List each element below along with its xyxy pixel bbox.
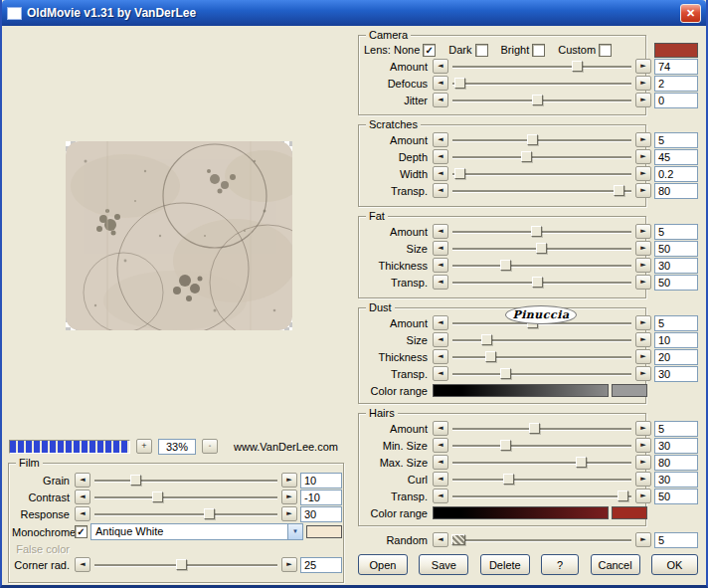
dust-size-value[interactable]: 10 bbox=[654, 332, 698, 348]
hairs-amount-slider-thumb[interactable] bbox=[529, 423, 540, 434]
corner-radius-increment-button[interactable]: ► bbox=[281, 557, 297, 572]
cancel-button[interactable]: Cancel bbox=[591, 554, 640, 575]
dust-size-increment-button[interactable]: ► bbox=[635, 332, 651, 347]
hairs-transp-increment-button[interactable]: ► bbox=[635, 489, 651, 503]
random-slider-thumb[interactable] bbox=[451, 534, 465, 545]
fat-size-increment-button[interactable]: ► bbox=[635, 241, 651, 256]
fat-thickness-slider-thumb[interactable] bbox=[500, 260, 511, 271]
dust-thickness-increment-button[interactable]: ► bbox=[635, 349, 651, 364]
fat-size-value[interactable]: 50 bbox=[654, 241, 698, 257]
hairs-curl-increment-button[interactable]: ► bbox=[635, 472, 651, 487]
camera-amount-increment-button[interactable]: ► bbox=[635, 59, 651, 74]
hairs-min-size-value[interactable]: 30 bbox=[654, 438, 698, 454]
camera-amount-slider-track[interactable] bbox=[451, 59, 632, 74]
hairs-transp-slider-track[interactable] bbox=[451, 489, 632, 503]
dust-transp-slider-track[interactable] bbox=[451, 366, 632, 381]
camera-defocus-slider-thumb[interactable] bbox=[454, 78, 465, 89]
film-contrast-value[interactable]: -10 bbox=[300, 490, 342, 505]
hairs-amount-slider-track[interactable] bbox=[451, 421, 632, 436]
hairs-curl-decrement-button[interactable]: ◄ bbox=[433, 472, 448, 487]
film-grain-slider-thumb[interactable] bbox=[130, 475, 141, 486]
hairs-curl-value[interactable]: 30 bbox=[654, 472, 698, 488]
scratches-amount-value[interactable]: 5 bbox=[654, 132, 698, 148]
camera-jitter-decrement-button[interactable]: ◄ bbox=[433, 93, 448, 107]
preview-image[interactable] bbox=[66, 141, 292, 330]
mono-color-select[interactable]: Antique White ▼ bbox=[90, 523, 303, 540]
dust-thickness-decrement-button[interactable]: ◄ bbox=[433, 349, 448, 364]
vendor-url[interactable]: www.VanDerLee.com bbox=[234, 441, 338, 453]
close-button[interactable]: ✕ bbox=[680, 4, 701, 23]
camera-amount-decrement-button[interactable]: ◄ bbox=[433, 59, 448, 74]
hairs-curl-slider-thumb[interactable] bbox=[503, 474, 514, 485]
film-contrast-decrement-button[interactable]: ◄ bbox=[75, 490, 90, 504]
camera-defocus-slider-track[interactable] bbox=[451, 76, 632, 91]
lens-bright-checkbox[interactable] bbox=[532, 44, 545, 57]
scratches-transp-decrement-button[interactable]: ◄ bbox=[433, 183, 448, 198]
camera-jitter-slider-track[interactable] bbox=[451, 93, 632, 107]
film-grain-value[interactable]: 10 bbox=[300, 473, 342, 489]
fat-size-slider-thumb[interactable] bbox=[536, 243, 547, 254]
scratches-depth-decrement-button[interactable]: ◄ bbox=[433, 149, 448, 164]
fat-transp-slider-track[interactable] bbox=[451, 275, 632, 290]
hairs-color-swatch[interactable] bbox=[612, 506, 647, 519]
fat-transp-decrement-button[interactable]: ◄ bbox=[433, 275, 448, 290]
hairs-max-size-value[interactable]: 80 bbox=[654, 455, 698, 471]
dust-size-decrement-button[interactable]: ◄ bbox=[433, 332, 448, 347]
scratches-amount-slider-track[interactable] bbox=[451, 132, 632, 147]
dust-thickness-slider-thumb[interactable] bbox=[485, 351, 496, 362]
help-button[interactable]: ? bbox=[541, 554, 579, 575]
scratches-transp-increment-button[interactable]: ► bbox=[635, 183, 651, 198]
dust-transp-decrement-button[interactable]: ◄ bbox=[433, 366, 448, 381]
hairs-max-size-slider-thumb[interactable] bbox=[576, 457, 587, 468]
scratches-width-value[interactable]: 0.2 bbox=[654, 166, 698, 182]
monochrome-checkbox[interactable]: ✓ bbox=[75, 525, 88, 538]
film-response-decrement-button[interactable]: ◄ bbox=[75, 506, 90, 521]
dust-transp-increment-button[interactable]: ► bbox=[635, 366, 651, 381]
hairs-amount-value[interactable]: 5 bbox=[654, 421, 698, 437]
fat-amount-value[interactable]: 5 bbox=[654, 224, 698, 240]
corner-radius-decrement-button[interactable]: ◄ bbox=[75, 557, 90, 572]
fat-amount-increment-button[interactable]: ► bbox=[635, 224, 651, 239]
zoom-in-button[interactable]: + bbox=[136, 439, 152, 454]
hairs-max-size-decrement-button[interactable]: ◄ bbox=[433, 455, 448, 470]
corner-radius-slider-track[interactable] bbox=[93, 557, 278, 572]
dust-transp-slider-thumb[interactable] bbox=[500, 368, 511, 379]
scratches-amount-increment-button[interactable]: ► bbox=[635, 132, 651, 147]
corner-radius-slider-thumb[interactable] bbox=[176, 559, 187, 570]
camera-defocus-value[interactable]: 2 bbox=[654, 76, 698, 92]
fat-size-slider-track[interactable] bbox=[451, 241, 632, 256]
hairs-curl-slider-track[interactable] bbox=[451, 472, 632, 487]
hairs-min-size-increment-button[interactable]: ► bbox=[635, 438, 651, 453]
film-contrast-slider-thumb[interactable] bbox=[152, 491, 163, 502]
chevron-down-icon[interactable]: ▼ bbox=[287, 524, 302, 539]
fat-thickness-increment-button[interactable]: ► bbox=[635, 258, 651, 273]
lens-custom-checkbox[interactable] bbox=[599, 44, 612, 57]
hairs-max-size-increment-button[interactable]: ► bbox=[635, 455, 651, 470]
dust-amount-value[interactable]: 5 bbox=[654, 315, 698, 331]
fat-thickness-slider-track[interactable] bbox=[451, 258, 632, 273]
random-increment-button[interactable]: ► bbox=[635, 532, 651, 547]
random-decrement-button[interactable]: ◄ bbox=[433, 532, 448, 547]
film-contrast-slider-track[interactable] bbox=[93, 490, 278, 504]
hairs-min-size-decrement-button[interactable]: ◄ bbox=[433, 438, 448, 453]
hairs-transp-value[interactable]: 50 bbox=[654, 489, 698, 504]
camera-jitter-value[interactable]: 0 bbox=[654, 93, 698, 108]
camera-amount-value[interactable]: 74 bbox=[654, 59, 698, 75]
scratches-depth-slider-thumb[interactable] bbox=[521, 151, 532, 162]
fat-transp-value[interactable]: 50 bbox=[654, 275, 698, 291]
dust-size-slider-thumb[interactable] bbox=[481, 334, 492, 345]
lens-none-checkbox[interactable]: ✓ bbox=[423, 44, 436, 57]
hairs-color-range-bar[interactable] bbox=[433, 506, 609, 519]
lens-dark-checkbox[interactable] bbox=[475, 44, 488, 57]
camera-jitter-increment-button[interactable]: ► bbox=[635, 93, 651, 107]
camera-defocus-decrement-button[interactable]: ◄ bbox=[433, 76, 448, 91]
delete-button[interactable]: Delete bbox=[480, 554, 530, 575]
hairs-transp-decrement-button[interactable]: ◄ bbox=[433, 489, 448, 503]
preview-area[interactable] bbox=[66, 141, 292, 330]
scratches-depth-increment-button[interactable]: ► bbox=[635, 149, 651, 164]
film-grain-decrement-button[interactable]: ◄ bbox=[75, 473, 90, 488]
dust-size-slider-track[interactable] bbox=[451, 332, 632, 347]
hairs-min-size-slider-track[interactable] bbox=[451, 438, 632, 453]
scratches-width-slider-thumb[interactable] bbox=[454, 168, 465, 179]
camera-amount-slider-thumb[interactable] bbox=[572, 61, 583, 72]
